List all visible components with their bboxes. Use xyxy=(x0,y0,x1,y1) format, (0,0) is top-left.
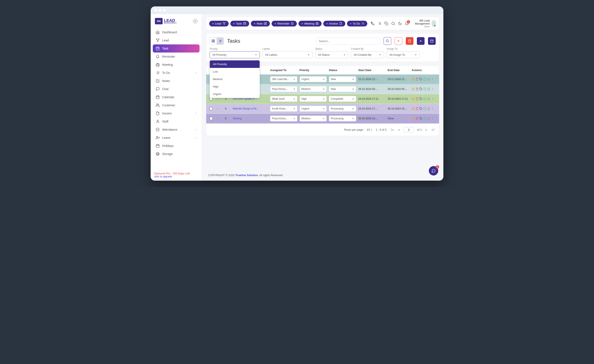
phone-missed-icon[interactable] xyxy=(371,22,375,25)
topbar-pill-to-do[interactable]: + To Do xyxy=(347,21,367,26)
tag-icon[interactable] xyxy=(419,107,422,110)
task-title-link[interactable]: Sharing xyxy=(233,117,270,120)
topbar-pill-meeting[interactable]: + Meeting xyxy=(298,21,322,26)
bookmark-icon[interactable] xyxy=(427,117,430,120)
topbar-pill-invoice[interactable]: + Invoice xyxy=(323,21,345,26)
topbar-pill-task[interactable]: + Task xyxy=(230,21,249,26)
priority-select[interactable]: Urgent▼ xyxy=(300,76,327,82)
priority-option-medium[interactable]: Medium xyxy=(210,75,260,83)
priority-option-high[interactable]: High xyxy=(210,83,260,90)
footer-link[interactable]: Trueline Solution xyxy=(235,173,258,177)
tag-icon[interactable] xyxy=(419,87,422,91)
assigned-select[interactable]: Priya Khura...▼ xyxy=(270,115,297,121)
filter-priority-select[interactable]: All Proiority▼ xyxy=(209,51,260,58)
tag-icon[interactable] xyxy=(419,117,422,120)
bookmark-icon[interactable] xyxy=(427,97,430,100)
more-icon[interactable] xyxy=(431,87,434,91)
priority-option-all-proiority[interactable]: All Proiority xyxy=(210,60,260,68)
user-block[interactable]: 365 Lead Management Store xyxy=(412,19,436,28)
assigned-select[interactable]: Priya Khura...▼ xyxy=(270,86,297,92)
edit-icon[interactable] xyxy=(412,78,415,81)
priority-select[interactable]: Medium▼ xyxy=(300,115,327,121)
window-control-minimize[interactable] xyxy=(159,9,161,12)
prev-page-button[interactable]: ◂ xyxy=(397,128,400,132)
sidebar-item-dashboard[interactable]: Dashboard xyxy=(153,28,200,36)
expand-row-button[interactable]: › xyxy=(217,107,225,110)
tag-icon[interactable] xyxy=(419,78,422,81)
topbar-pill-lead[interactable]: + Lead xyxy=(209,21,229,26)
subscription-upgrade-link[interactable]: click to upgrade xyxy=(154,175,198,178)
delete-icon[interactable] xyxy=(416,107,418,110)
status-select[interactable]: New▼ xyxy=(329,76,356,82)
file-icon[interactable] xyxy=(423,87,426,91)
sidebar-item-attendance[interactable]: Attendance › xyxy=(153,126,200,134)
delete-icon[interactable] xyxy=(416,97,418,100)
filter-status-select[interactable]: All Status▼ xyxy=(315,51,348,58)
file-icon[interactable] xyxy=(423,97,426,100)
chat-fab[interactable]: 0 xyxy=(429,166,438,175)
file-icon[interactable] xyxy=(423,117,426,120)
sidebar-item-holidays[interactable]: Holidays xyxy=(153,142,200,150)
bell-icon[interactable]: 0 xyxy=(405,22,409,25)
delete-icon[interactable] xyxy=(416,78,418,81)
filter-labels-select[interactable]: All Labels▼ xyxy=(262,51,313,58)
last-page-button[interactable]: ▸⎮ xyxy=(431,128,436,132)
status-select[interactable]: Processing▼ xyxy=(329,115,356,121)
sidebar-item-calendar[interactable]: Calendar xyxy=(153,93,200,101)
moon-icon[interactable] xyxy=(398,22,402,25)
list-view-button[interactable] xyxy=(217,38,223,44)
edit-icon[interactable] xyxy=(412,97,415,100)
sidebar-item-meeting[interactable]: Meeting xyxy=(153,61,200,69)
status-select[interactable]: Processing▼ xyxy=(329,106,356,112)
rows-per-page-select[interactable]: 10 ▼ xyxy=(367,128,373,131)
priority-option-urgent[interactable]: Urgent xyxy=(210,90,260,98)
file-icon[interactable] xyxy=(423,78,426,81)
edit-icon[interactable] xyxy=(412,107,415,110)
search-button[interactable] xyxy=(384,37,391,45)
assigned-select[interactable]: Mitali Joshi▼ xyxy=(270,96,297,102)
clear-button[interactable] xyxy=(395,37,402,45)
sidebar-item-chat[interactable]: Chat xyxy=(153,85,200,93)
edit-icon[interactable] xyxy=(412,117,415,120)
priority-option-low[interactable]: Low xyxy=(210,68,260,75)
priority-select[interactable]: High▼ xyxy=(300,96,327,102)
next-page-button[interactable]: ▸ xyxy=(425,128,428,132)
delete-icon[interactable] xyxy=(416,117,418,120)
sidebar-item-lead[interactable]: Lead xyxy=(153,36,200,44)
edit-icon[interactable] xyxy=(412,87,415,91)
record-icon[interactable] xyxy=(193,19,197,23)
task-title-link[interactable]: Website Design of M... xyxy=(233,107,270,110)
add-button[interactable] xyxy=(417,37,425,45)
row-checkbox[interactable] xyxy=(209,117,213,120)
window-control-close[interactable] xyxy=(155,9,157,12)
sidebar-item-task[interactable]: Task xyxy=(153,44,200,53)
topbar-pill-note[interactable]: + Note xyxy=(251,21,270,26)
more-icon[interactable] xyxy=(431,107,434,110)
assigned-select[interactable]: 365 Lead Ma...▼ xyxy=(270,76,297,82)
expand-row-button[interactable]: › xyxy=(217,117,225,120)
sidebar-item-notes[interactable]: Notes xyxy=(153,77,200,85)
sidebar-item-reminder[interactable]: Reminder xyxy=(153,53,200,61)
window-control-maximize[interactable] xyxy=(163,9,166,12)
file-icon[interactable] xyxy=(423,107,426,110)
more-icon[interactable] xyxy=(431,78,434,81)
sidebar-item-to-do[interactable]: To Do › xyxy=(153,69,200,77)
filter-assign-select[interactable]: All Assign To▼ xyxy=(386,51,420,58)
sidebar-item-leave[interactable]: Leave › xyxy=(153,134,200,142)
bookmark-icon[interactable] xyxy=(427,78,430,81)
more-icon[interactable] xyxy=(431,117,434,120)
delete-icon[interactable] xyxy=(416,87,418,91)
copy-icon[interactable] xyxy=(385,22,388,25)
topbar-pill-reminder[interactable]: + Reminder xyxy=(272,21,297,26)
row-checkbox[interactable] xyxy=(209,107,213,110)
sidebar-item-staff[interactable]: Staff xyxy=(153,117,200,126)
todo-icon[interactable] xyxy=(378,22,381,25)
status-select[interactable]: New▼ xyxy=(329,86,356,92)
bookmark-icon[interactable] xyxy=(427,87,430,91)
tag-icon[interactable] xyxy=(419,97,422,100)
filter-created-select[interactable]: All Created By▼ xyxy=(351,51,384,58)
page-input[interactable] xyxy=(403,127,414,132)
assigned-select[interactable]: Krutik Khan...▼ xyxy=(270,106,297,112)
sidebar-item-customer[interactable]: Customer xyxy=(153,101,200,109)
status-select[interactable]: Completed▼ xyxy=(329,96,356,102)
